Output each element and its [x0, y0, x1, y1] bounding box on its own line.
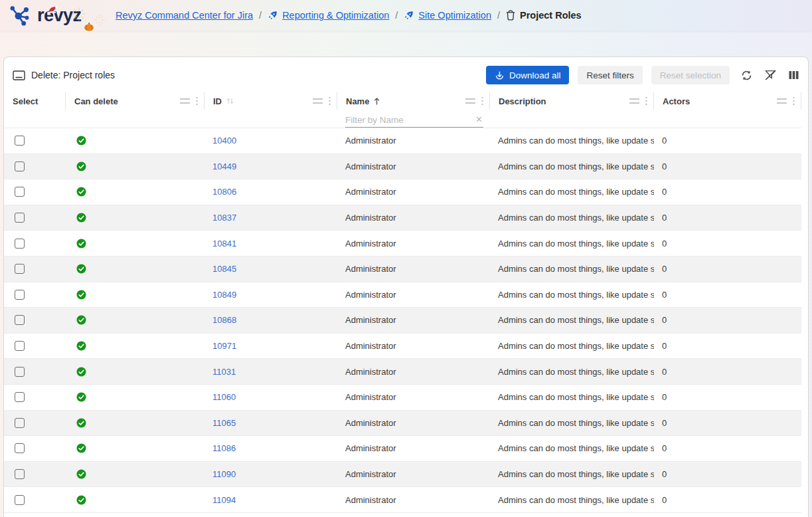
select-cell: [4, 436, 66, 461]
description-cell: Admins can do most things, like update s…: [490, 385, 654, 410]
role-name: Administrator: [345, 443, 396, 453]
actors-cell: 0: [654, 385, 801, 410]
breadcrumb: Revyz Command Center for Jira / Reportin…: [116, 10, 582, 21]
role-id-link[interactable]: 10400: [212, 136, 236, 146]
select-cell: [4, 334, 66, 359]
drag-lines-icon[interactable]: [313, 98, 323, 104]
table-row: 10868 Administrator Admins can do most t…: [4, 308, 801, 334]
can-delete-cell: [66, 282, 204, 308]
check-circle-icon: [76, 315, 86, 325]
role-name: Administrator: [345, 392, 396, 402]
role-id-link[interactable]: 11060: [212, 392, 236, 402]
drag-lines-icon[interactable]: [465, 98, 475, 104]
reset-selection-button[interactable]: Reset selection: [651, 66, 730, 84]
row-checkbox[interactable]: [15, 161, 25, 171]
column-header-id[interactable]: ID: [204, 92, 337, 110]
role-id-link[interactable]: 11031: [212, 367, 236, 377]
breadcrumb-link-reporting-optimization[interactable]: Reporting & Optimization: [282, 10, 389, 21]
clear-filter-x-icon[interactable]: ×: [475, 114, 483, 125]
row-checkbox[interactable]: [15, 264, 25, 274]
role-id-link[interactable]: 11094: [212, 495, 236, 505]
table-row: 10806 Administrator Admins can do most t…: [4, 179, 801, 205]
breadcrumb-link-site-optimization[interactable]: Site Optimization: [418, 10, 491, 21]
check-circle-icon: [76, 239, 86, 249]
drag-lines-icon[interactable]: [180, 98, 190, 104]
check-circle-icon: [76, 443, 86, 453]
column-header-can-delete[interactable]: Can delete: [66, 92, 204, 110]
row-checkbox[interactable]: [15, 418, 25, 428]
breadcrumb-link-command-center[interactable]: Revyz Command Center for Jira: [116, 10, 253, 21]
name-cell: Administrator: [337, 128, 490, 154]
role-id-link[interactable]: 10971: [212, 341, 236, 351]
role-id-link[interactable]: 10449: [212, 161, 236, 171]
breadcrumb-item-project-roles: Project Roles: [506, 10, 582, 21]
column-header-actors[interactable]: Actors: [654, 92, 801, 110]
row-checkbox[interactable]: [15, 443, 25, 453]
actors-cell: 0: [654, 462, 801, 487]
row-checkbox[interactable]: [15, 392, 25, 402]
kebab-menu-icon[interactable]: [195, 96, 199, 106]
name-cell: Administrator: [337, 231, 490, 256]
role-id-link[interactable]: 10868: [212, 315, 236, 325]
role-id-link[interactable]: 10837: [212, 213, 236, 223]
actors-cell: 0: [654, 231, 801, 256]
check-circle-icon: [76, 469, 86, 479]
role-id-link[interactable]: 11090: [212, 469, 236, 479]
kebab-menu-icon[interactable]: [792, 96, 795, 106]
project-roles-panel: Delete: Project roles Download all Reset…: [3, 56, 809, 517]
row-checkbox[interactable]: [15, 495, 25, 505]
role-description: Admins can do most things, like update s…: [498, 290, 654, 300]
drag-lines-icon[interactable]: [629, 98, 639, 104]
id-cell: 10971: [204, 334, 337, 359]
row-checkbox[interactable]: [15, 315, 25, 325]
role-id-link[interactable]: 10849: [212, 290, 236, 300]
row-checkbox[interactable]: [15, 469, 25, 479]
column-header-name[interactable]: Name: [337, 92, 490, 110]
name-filter-input[interactable]: [345, 115, 475, 125]
check-circle-icon: [76, 341, 86, 351]
role-actors: 0: [662, 161, 667, 171]
row-checkbox[interactable]: [15, 213, 25, 223]
row-checkbox[interactable]: [15, 187, 25, 197]
row-checkbox[interactable]: [15, 367, 25, 377]
row-checkbox[interactable]: [15, 341, 25, 351]
role-actors: 0: [662, 264, 667, 274]
role-id-link[interactable]: 11065: [212, 418, 236, 428]
table-row: 10845 Administrator Admins can do most t…: [4, 257, 801, 282]
row-checkbox[interactable]: [15, 239, 25, 249]
table-row: 10971 Administrator Admins can do most t…: [4, 334, 801, 360]
role-id-link[interactable]: 10845: [212, 264, 236, 274]
columns-button[interactable]: [787, 69, 800, 81]
reset-filters-button[interactable]: Reset filters: [578, 66, 642, 84]
refresh-button[interactable]: [740, 68, 754, 82]
table-filter-row: ×: [4, 110, 801, 128]
kebab-menu-icon[interactable]: [481, 96, 484, 106]
row-checkbox[interactable]: [15, 290, 25, 300]
check-circle-icon: [76, 264, 86, 274]
role-id-link[interactable]: 11086: [212, 443, 236, 453]
kebab-menu-icon[interactable]: [645, 96, 648, 106]
kebab-menu-icon[interactable]: [328, 96, 331, 106]
description-cell: Admins can do most things, like update s…: [490, 205, 654, 231]
actors-cell: 0: [654, 359, 801, 384]
column-label-name: Name: [346, 96, 369, 106]
pumpkin-icon: [84, 22, 94, 31]
row-checkbox[interactable]: [15, 136, 25, 146]
actors-cell: 0: [654, 179, 801, 205]
column-header-select[interactable]: Select: [4, 92, 66, 110]
role-description: Admins can do most things, like update s…: [498, 367, 654, 377]
panel-toolbar: Delete: Project roles Download all Reset…: [4, 57, 808, 92]
column-header-description[interactable]: Description: [490, 92, 654, 110]
role-description: Admins can do most things, like update s…: [498, 161, 654, 171]
role-description: Admins can do most things, like update s…: [498, 239, 654, 249]
drag-lines-icon[interactable]: [777, 98, 787, 104]
role-name: Administrator: [345, 161, 396, 171]
role-actors: 0: [662, 495, 667, 505]
clear-filter-button[interactable]: [764, 68, 777, 82]
table-row: 11060 Administrator Admins can do most t…: [4, 385, 801, 411]
role-id-link[interactable]: 10806: [212, 187, 236, 197]
role-id-link[interactable]: 10841: [212, 239, 236, 249]
molecule-icon: [9, 4, 33, 27]
download-all-button[interactable]: Download all: [486, 66, 569, 84]
breadcrumb-separator: /: [395, 10, 398, 21]
